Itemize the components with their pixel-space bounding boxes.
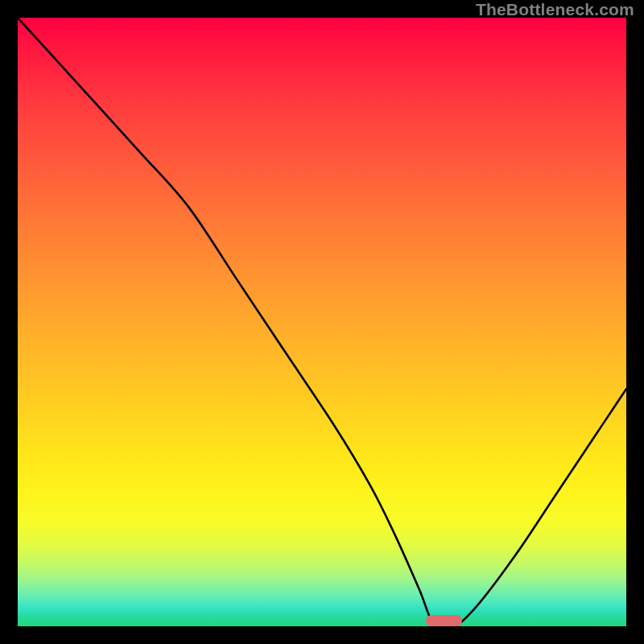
plot-area (18, 18, 626, 626)
watermark-text: TheBottleneck.com (476, 0, 634, 19)
bottleneck-curve (18, 18, 626, 626)
chart-frame: TheBottleneck.com (0, 0, 644, 644)
optimal-marker (426, 615, 462, 626)
